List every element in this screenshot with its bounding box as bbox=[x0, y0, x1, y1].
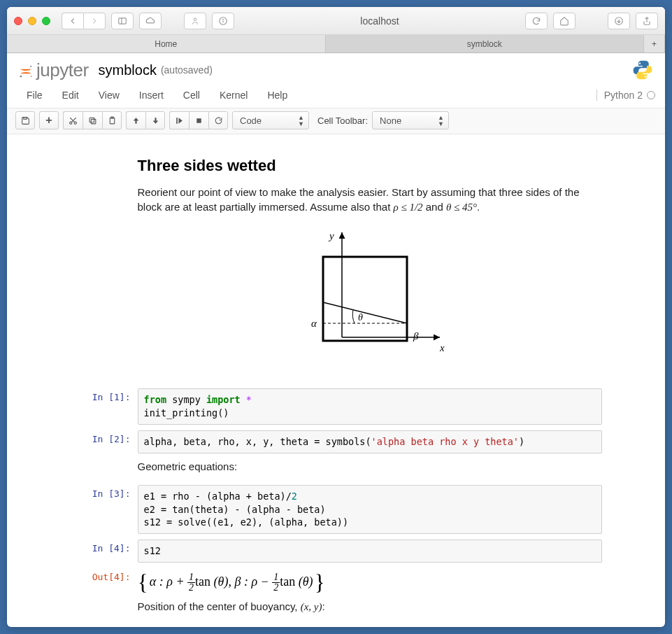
intro-text: Reorient our point of view to make the a… bbox=[138, 185, 602, 215]
svg-point-5 bbox=[223, 19, 224, 20]
code-cell-3[interactable]: In [3]: e1 = rho - (alpha + beta)/2 e2 =… bbox=[71, 485, 602, 535]
svg-rect-0 bbox=[119, 17, 127, 23]
privacy-button[interactable] bbox=[184, 13, 206, 29]
in-prompt-2: In [2]: bbox=[71, 430, 138, 453]
kernel-indicator-icon bbox=[647, 91, 655, 99]
heading: Three sides wetted bbox=[138, 157, 602, 175]
downloads-button[interactable] bbox=[608, 13, 630, 29]
diagram: x y θ α β bbox=[138, 229, 602, 362]
menu-edit[interactable]: Edit bbox=[52, 87, 89, 104]
run-group bbox=[169, 111, 228, 129]
forward-button[interactable] bbox=[83, 13, 106, 29]
new-tab-button[interactable]: + bbox=[644, 35, 665, 52]
move-up-button[interactable] bbox=[126, 111, 145, 129]
kernel-name[interactable]: Python 2 bbox=[596, 90, 643, 101]
svg-point-9 bbox=[20, 76, 22, 78]
cut-button[interactable] bbox=[63, 111, 83, 129]
interrupt-button[interactable] bbox=[189, 111, 208, 129]
svg-rect-23 bbox=[196, 118, 201, 123]
code-cell-4[interactable]: In [4]: s12 bbox=[71, 540, 602, 563]
close-window-button[interactable] bbox=[14, 17, 22, 25]
geom-text: Geometric equations: bbox=[138, 459, 602, 474]
address-bar[interactable]: localhost bbox=[247, 15, 513, 27]
nav-back-forward bbox=[62, 13, 106, 29]
titlebar: localhost bbox=[7, 7, 665, 35]
share-button[interactable] bbox=[636, 13, 658, 29]
svg-rect-18 bbox=[91, 119, 96, 124]
jupyter-header: jupyter symblock (autosaved) bbox=[7, 53, 665, 84]
markdown-body: Three sides wetted Reorient our point of… bbox=[138, 150, 602, 383]
in-prompt-3: In [3]: bbox=[71, 485, 138, 535]
in-prompt-1: In [1]: bbox=[71, 388, 138, 425]
output-4: { α : ρ + 12tan (θ), β : ρ − 12tan (θ) } bbox=[138, 568, 602, 593]
svg-rect-22 bbox=[176, 118, 178, 124]
browser-window: localhost Home symblock + jupyter symblo… bbox=[7, 7, 665, 627]
run-button[interactable] bbox=[169, 111, 189, 129]
paste-button[interactable] bbox=[102, 111, 122, 129]
theta-label: θ bbox=[358, 312, 363, 323]
copy-button[interactable] bbox=[83, 111, 102, 129]
in-prompt-4: In [4]: bbox=[71, 540, 138, 563]
save-button[interactable] bbox=[15, 111, 35, 129]
reload-button[interactable] bbox=[525, 13, 548, 29]
autosave-status: (autosaved) bbox=[161, 64, 213, 76]
code-cell-1[interactable]: In [1]: from sympy import * init_printin… bbox=[71, 388, 602, 425]
celltoolbar-label: Cell Toolbar: bbox=[317, 115, 368, 126]
python-logo-icon bbox=[631, 59, 654, 81]
back-button[interactable] bbox=[62, 13, 83, 29]
svg-point-10 bbox=[31, 76, 32, 77]
maximize-window-button[interactable] bbox=[42, 17, 50, 25]
markdown-cell-geom[interactable]: Geometric equations: bbox=[71, 459, 602, 479]
info-button[interactable] bbox=[212, 13, 234, 29]
svg-point-2 bbox=[194, 17, 196, 20]
out-prompt-4: Out[4]: bbox=[71, 568, 138, 593]
restart-button[interactable] bbox=[208, 111, 228, 129]
cloud-button[interactable] bbox=[139, 13, 162, 29]
toolbar: + Code ▲▼ Cell Toolbar: None ▲▼ bbox=[7, 108, 665, 134]
browser-tab-symblock[interactable]: symblock bbox=[326, 35, 645, 52]
code-cell-2[interactable]: In [2]: alpha, beta, rho, x, y, theta = … bbox=[71, 430, 602, 453]
menu-view[interactable]: View bbox=[89, 87, 129, 104]
svg-point-8 bbox=[30, 66, 31, 67]
notebook: Three sides wetted Reorient our point of… bbox=[71, 134, 602, 627]
menu-insert[interactable]: Insert bbox=[129, 87, 173, 104]
window-controls bbox=[14, 17, 50, 25]
output-cell-4: Out[4]: { α : ρ + 12tan (θ), β : ρ − 12t… bbox=[71, 568, 602, 593]
notebook-area[interactable]: Three sides wetted Reorient our point of… bbox=[7, 134, 665, 627]
minimize-window-button[interactable] bbox=[28, 17, 36, 25]
menu-help[interactable]: Help bbox=[257, 87, 297, 104]
code-input-2[interactable]: alpha, beta, rho, x, y, theta = symbols(… bbox=[138, 430, 602, 453]
celltype-select[interactable]: Code ▲▼ bbox=[232, 111, 309, 129]
browser-tab-home[interactable]: Home bbox=[7, 35, 326, 52]
jupyter-logo-icon bbox=[18, 62, 34, 78]
add-cell-button[interactable]: + bbox=[39, 111, 59, 129]
menu-file[interactable]: File bbox=[17, 87, 52, 104]
markdown-cell[interactable]: Three sides wetted Reorient our point of… bbox=[71, 150, 602, 383]
markdown-cell-centroid[interactable]: Position of the center of buoyancy, (x, … bbox=[71, 599, 602, 620]
move-group bbox=[126, 111, 165, 129]
svg-point-11 bbox=[639, 62, 641, 64]
sidebar-button[interactable] bbox=[111, 13, 134, 29]
svg-rect-19 bbox=[90, 118, 94, 122]
home-button[interactable] bbox=[553, 13, 576, 29]
svg-rect-13 bbox=[23, 117, 26, 119]
prompt-empty bbox=[71, 150, 138, 383]
output-4-math: { α : ρ + 12tan (θ), β : ρ − 12tan (θ) } bbox=[138, 571, 602, 593]
browser-tabs: Home symblock + bbox=[7, 35, 665, 53]
notebook-title[interactable]: symblock bbox=[99, 62, 157, 78]
cut-copy-paste-group bbox=[63, 111, 122, 129]
centroid-text: Position of the center of buoyancy, (x, … bbox=[138, 599, 602, 614]
alpha-label: α bbox=[311, 318, 317, 329]
menu-cell[interactable]: Cell bbox=[173, 87, 210, 104]
code-input-4[interactable]: s12 bbox=[138, 540, 602, 563]
y-axis-label: y bbox=[328, 230, 334, 241]
menubar: File Edit View Insert Cell Kernel Help P… bbox=[7, 84, 665, 108]
celltoolbar-select[interactable]: None ▲▼ bbox=[372, 111, 449, 129]
svg-rect-26 bbox=[323, 257, 407, 341]
svg-line-27 bbox=[323, 302, 407, 323]
jupyter-logo[interactable]: jupyter bbox=[18, 59, 89, 81]
menu-kernel[interactable]: Kernel bbox=[210, 87, 257, 104]
code-input-1[interactable]: from sympy import * init_printing() bbox=[138, 388, 602, 425]
move-down-button[interactable] bbox=[145, 111, 165, 129]
code-input-3[interactable]: e1 = rho - (alpha + beta)/2 e2 = tan(the… bbox=[138, 485, 602, 535]
